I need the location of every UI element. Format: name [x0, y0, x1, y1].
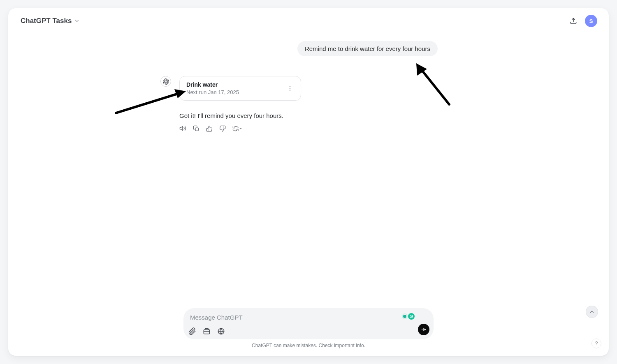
svg-rect-14 — [422, 329, 422, 330]
regenerate-icon[interactable] — [232, 125, 242, 132]
app-shell: ChatGPT Tasks S — [8, 8, 609, 356]
thumbs-up-icon[interactable] — [206, 125, 213, 132]
svg-rect-15 — [423, 328, 423, 331]
svg-rect-5 — [195, 128, 198, 131]
model-name: ChatGPT Tasks — [21, 17, 72, 25]
globe-icon[interactable] — [217, 327, 225, 335]
model-switcher[interactable]: ChatGPT Tasks — [20, 14, 81, 28]
task-subtitle: Next run Jan 17, 2025 — [186, 89, 239, 95]
disclaimer-text: ChatGPT can make mistakes. Check importa… — [252, 343, 365, 348]
message-input[interactable] — [190, 313, 380, 322]
status-dot-icon — [403, 315, 406, 318]
svg-rect-17 — [425, 329, 426, 330]
avatar[interactable]: S — [585, 15, 597, 27]
assistant-message-row: Drink water Next run Jan 17, 2025 Got it… — [160, 76, 438, 132]
user-message-row: Remind me to drink water for every four … — [179, 41, 438, 56]
share-icon[interactable] — [569, 17, 578, 25]
chat-area: Remind me to drink water for every four … — [8, 37, 609, 306]
copy-icon[interactable] — [193, 125, 199, 132]
svg-rect-16 — [424, 329, 424, 331]
assistant-message-text: Got it! I'll remind you every four hours… — [179, 112, 438, 119]
composer-tools — [188, 327, 225, 335]
svg-marker-4 — [180, 127, 182, 131]
user-message-text: Remind me to drink water for every four … — [305, 45, 430, 52]
task-card[interactable]: Drink water Next run Jan 17, 2025 — [179, 76, 301, 101]
task-card-text: Drink water Next run Jan 17, 2025 — [186, 81, 239, 95]
read-aloud-icon[interactable] — [179, 125, 186, 132]
user-message-bubble[interactable]: Remind me to drink water for every four … — [297, 41, 438, 56]
voice-send-button[interactable] — [418, 324, 429, 335]
avatar-letter: S — [589, 18, 593, 24]
task-title: Drink water — [186, 81, 239, 88]
attach-icon[interactable] — [188, 327, 196, 335]
svg-point-1 — [290, 86, 290, 87]
svg-point-2 — [290, 88, 290, 89]
composer-area: ChatGPT can make mistakes. Check importa… — [8, 308, 609, 348]
composer[interactable] — [183, 308, 434, 339]
thumbs-down-icon[interactable] — [219, 125, 226, 132]
composer-badges — [403, 313, 415, 320]
chevron-down-icon — [74, 18, 80, 24]
kebab-icon[interactable] — [286, 83, 294, 93]
header-actions: S — [569, 15, 597, 27]
grammarly-icon[interactable] — [408, 313, 415, 320]
svg-point-3 — [290, 90, 290, 91]
message-actions — [179, 125, 438, 132]
tools-icon[interactable] — [203, 327, 211, 335]
assistant-logo-icon — [160, 76, 171, 87]
header: ChatGPT Tasks S — [8, 8, 609, 34]
